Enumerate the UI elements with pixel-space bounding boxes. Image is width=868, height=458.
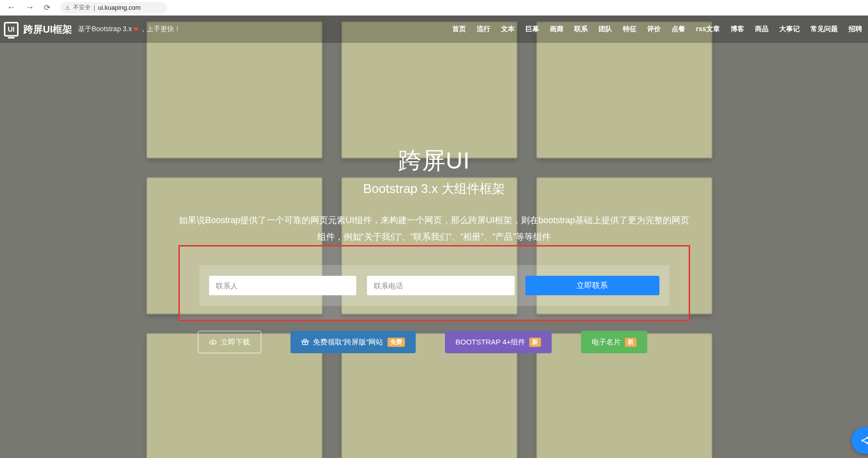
download-button-label: 立即下载 <box>221 338 250 347</box>
hero-title: 跨屏UI <box>178 145 690 176</box>
bs4-new-badge: 新 <box>529 338 541 347</box>
brand-subtitle-prefix: 基于Bootstrap 3.x <box>78 25 132 34</box>
share-icon <box>860 435 868 446</box>
nav-jumbotron[interactable]: 巨幕 <box>525 25 539 34</box>
nav-text[interactable]: 文本 <box>501 25 515 34</box>
bs4-button-label: BOOTSTRAP 4+组件 <box>456 338 526 347</box>
hero-description: 如果说Boostrap提供了一个可靠的网页元素UI组件，来构建一个网页，那么跨屏… <box>178 212 690 245</box>
address-bar[interactable]: ⚠ 不安全 | ui.kuaping.com <box>60 2 167 14</box>
brand-subtitle-suffix: ，上手更快！ <box>140 25 181 34</box>
svg-point-1 <box>867 437 868 439</box>
forward-icon[interactable]: → <box>22 2 37 13</box>
hero-subtitle: Bootstrap 3.x 大组件框架 <box>178 180 690 197</box>
nav-timeline[interactable]: 大事记 <box>779 25 800 34</box>
contact-form-box: 立即联系 <box>178 245 690 321</box>
nav-features[interactable]: 特征 <box>623 25 637 34</box>
nav-blog[interactable]: 博客 <box>731 25 744 34</box>
back-icon[interactable]: ← <box>4 2 19 13</box>
nav-contact[interactable]: 联系 <box>574 25 588 34</box>
brand-title[interactable]: 跨屏UI框架 <box>23 23 72 36</box>
contact-form-row: 立即联系 <box>199 265 669 306</box>
address-url: ui.kuaping.com <box>98 4 140 11</box>
not-secure-label: 不安全 <box>73 3 91 12</box>
nav-gallery[interactable]: 画廊 <box>550 25 563 34</box>
brand-logo-text: UI <box>8 25 15 33</box>
nav-products[interactable]: 商品 <box>755 25 769 34</box>
navbar: UI 跨屏UI框架 基于Bootstrap 3.x ❤ ，上手更快！ 首页 流行… <box>0 16 868 43</box>
brand-logo[interactable]: UI <box>4 22 19 37</box>
nav-rss[interactable]: rss文章 <box>696 25 720 34</box>
ecard-button[interactable]: 电子名片 新 <box>581 331 647 353</box>
gift-icon <box>301 338 309 346</box>
cta-row: 立即下载 免费领取“跨屏版”网站 免费 BOOTSTRAP 4+组件 新 电子名… <box>178 331 690 353</box>
nav-order[interactable]: 点餐 <box>672 25 685 34</box>
contact-name-input[interactable] <box>209 276 357 295</box>
hero-content: 跨屏UI Bootstrap 3.x 大组件框架 如果说Boostrap提供了一… <box>178 145 690 245</box>
contact-submit-button[interactable]: 立即联系 <box>525 276 659 295</box>
not-secure-icon: ⚠ <box>65 4 70 11</box>
free-badge: 免费 <box>387 338 405 347</box>
nav-team[interactable]: 团队 <box>598 25 612 34</box>
svg-point-0 <box>861 439 863 441</box>
nav-faq[interactable]: 常见问题 <box>810 25 838 34</box>
free-site-button-label: 免费领取“跨屏版”网站 <box>313 338 384 347</box>
nav-home[interactable]: 首页 <box>452 25 466 34</box>
ecard-new-badge: 新 <box>625 338 637 347</box>
contact-phone-input[interactable] <box>367 276 515 295</box>
nav-popular[interactable]: 流行 <box>477 25 490 34</box>
ecard-button-label: 电子名片 <box>592 338 621 347</box>
reload-icon[interactable]: ⟳ <box>41 3 53 12</box>
download-button[interactable]: 立即下载 <box>198 331 261 353</box>
brand-subtitle: 基于Bootstrap 3.x ❤ ，上手更快！ <box>78 25 181 34</box>
nav-reviews[interactable]: 评价 <box>647 25 661 34</box>
free-site-button[interactable]: 免费领取“跨屏版”网站 免费 <box>290 331 416 353</box>
nav-items: 首页 流行 文本 巨幕 画廊 联系 团队 特征 评价 点餐 rss文章 博客 商… <box>452 25 862 34</box>
cloud-download-icon <box>209 338 217 346</box>
svg-point-2 <box>867 442 868 444</box>
browser-chrome: ← → ⟳ ⚠ 不安全 | ui.kuaping.com <box>0 0 868 16</box>
heart-icon: ❤ <box>133 25 139 33</box>
address-separator: | <box>94 4 95 11</box>
nav-hiring[interactable]: 招聘 <box>849 25 862 34</box>
bs4-button[interactable]: BOOTSTRAP 4+组件 新 <box>445 331 552 353</box>
